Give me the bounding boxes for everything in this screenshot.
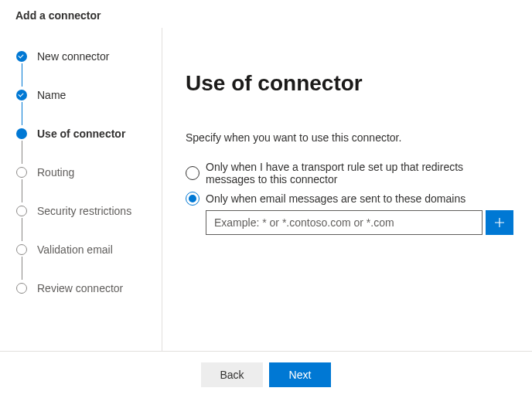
check-icon (16, 90, 27, 100)
option-transport-rule[interactable]: Only when I have a transport rule set up… (186, 161, 513, 185)
step-label: Name (28, 88, 66, 102)
domain-input[interactable] (206, 210, 483, 235)
radio-label: Only when I have a transport rule set up… (206, 161, 513, 185)
pending-step-icon (16, 283, 27, 294)
pending-step-icon (16, 206, 27, 216)
wizard-footer: Back Next (0, 351, 532, 398)
step-routing[interactable]: Routing (15, 165, 162, 204)
step-label: Routing (28, 165, 74, 179)
plus-icon (493, 216, 506, 229)
step-name[interactable]: Name (15, 88, 162, 127)
add-domain-button[interactable] (486, 210, 513, 235)
wizard-title: Add a connector (15, 9, 517, 22)
radio-label: Only when email messages are sent to the… (206, 192, 466, 205)
current-step-icon (16, 128, 27, 139)
pending-step-icon (16, 167, 27, 178)
radio-icon (186, 166, 200, 180)
step-validation-email[interactable]: Validation email (15, 243, 162, 281)
step-review-connector[interactable]: Review connector (15, 281, 162, 295)
option-domains[interactable]: Only when email messages are sent to the… (186, 192, 513, 206)
page-title: Use of connector (186, 71, 513, 96)
wizard-header: Add a connector (0, 0, 532, 28)
pending-step-icon (16, 244, 27, 255)
step-label: Review connector (28, 281, 123, 295)
step-sidebar: New connector Name Use of connector (0, 28, 162, 351)
step-label: Use of connector (28, 127, 125, 141)
main-content: Use of connector Specify when you want t… (162, 28, 532, 351)
step-label: Security restrictions (28, 204, 131, 218)
step-use-of-connector[interactable]: Use of connector (15, 127, 162, 165)
use-options-group: Only when I have a transport rule set up… (186, 161, 513, 206)
instruction-text: Specify when you want to use this connec… (186, 131, 513, 144)
step-label: Validation email (28, 243, 113, 257)
step-security-restrictions[interactable]: Security restrictions (15, 204, 162, 243)
radio-icon (186, 192, 200, 206)
back-button[interactable]: Back (201, 362, 263, 387)
check-icon (16, 51, 27, 62)
next-button[interactable]: Next (269, 362, 331, 387)
step-new-connector[interactable]: New connector (15, 49, 162, 88)
step-label: New connector (28, 49, 109, 63)
